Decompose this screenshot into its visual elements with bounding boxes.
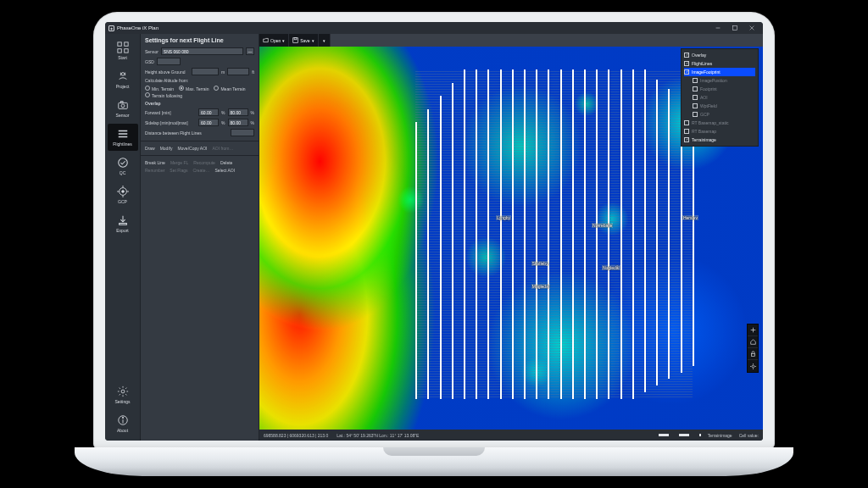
sidebar-item-flightlines[interactable]: Flightlines: [108, 124, 138, 151]
sidebar-item-start[interactable]: Start: [108, 37, 138, 64]
distance-field[interactable]: [231, 129, 254, 136]
sidebar-item-label: GCP: [118, 199, 127, 204]
checkbox-icon[interactable]: [684, 53, 689, 58]
checkbox-icon[interactable]: [693, 78, 698, 83]
layer-item[interactable]: ImagePosition: [684, 76, 755, 85]
checkbox-icon[interactable]: [693, 86, 698, 92]
sidebar-item-export[interactable]: Export: [108, 210, 138, 237]
tool-break-line[interactable]: Break Line: [145, 160, 165, 165]
radio-mean-terrain[interactable]: Mean Terrain: [214, 86, 245, 92]
svg-rect-5: [124, 49, 127, 53]
sidelap-pct-field[interactable]: 80.00: [228, 119, 248, 126]
checkbox-icon[interactable]: [684, 137, 689, 142]
place-label: Lyngby: [496, 215, 511, 220]
tab-aoi-from[interactable]: AOI from…: [212, 146, 233, 151]
chevron-down-icon: ▾: [323, 38, 326, 43]
svg-point-28: [752, 365, 754, 368]
tab-modify[interactable]: Modify: [160, 146, 173, 151]
tool-set-flags[interactable]: Set Flags: [170, 168, 187, 173]
sensor-units-button[interactable]: —: [246, 47, 254, 55]
layers-header[interactable]: Overlay: [684, 51, 755, 59]
layer-label: RT Basemap_static: [692, 120, 728, 125]
sidelap-field[interactable]: 60.00: [198, 119, 219, 126]
tab-draw[interactable]: Draw: [145, 146, 155, 151]
sidebar-item-label: Settings: [114, 399, 130, 404]
checkbox-icon[interactable]: [684, 61, 689, 66]
tool-delete[interactable]: Delete: [220, 160, 232, 165]
project-icon: [117, 70, 129, 82]
sidebar-item-sensor[interactable]: Sensor: [108, 95, 138, 122]
layer-item[interactable]: FlightLines: [684, 59, 755, 68]
svg-rect-20: [119, 224, 126, 225]
checkbox-icon[interactable]: [693, 103, 698, 108]
open-button[interactable]: Open ▾: [259, 34, 289, 47]
radio-terrain-following[interactable]: Terrain following: [145, 92, 182, 98]
layer-item[interactable]: RT Basemap_static: [684, 119, 755, 127]
layer-item[interactable]: GCP: [684, 110, 755, 119]
layer-label: Terrainimage: [692, 137, 716, 142]
svg-rect-1: [733, 26, 737, 30]
forward-field[interactable]: 60.00: [198, 108, 219, 116]
svg-point-8: [121, 104, 125, 108]
sidebar-item-gcp[interactable]: GCP: [108, 181, 138, 208]
nav-sidebar: Start Project: [105, 34, 141, 441]
svg-rect-25: [293, 38, 298, 43]
svg-rect-3: [124, 42, 127, 46]
tool-merge-fl[interactable]: Merge FL: [170, 160, 188, 165]
layer-label: Footprint: [700, 86, 717, 92]
save-button[interactable]: Save ▾: [289, 34, 318, 47]
sidebar-item-label: About: [117, 428, 128, 433]
minimize-button[interactable]: [710, 23, 726, 33]
checkbox-icon[interactable]: [684, 69, 689, 75]
sidebar-item-project[interactable]: Project: [108, 66, 138, 93]
grid-icon: [117, 42, 129, 53]
svg-rect-4: [117, 49, 120, 53]
tool-recompute[interactable]: Recompute: [193, 160, 215, 165]
overlap-header: Overlap: [145, 101, 254, 106]
status-cellvalue: Cell value:: [739, 433, 759, 438]
status-layer: Terrainimage: [708, 433, 732, 438]
tab-movecopy[interactable]: Move/Copy AOI: [177, 146, 207, 151]
svg-point-24: [122, 417, 123, 418]
status-bar: 698588.823 | 6069320.613 | 213.0 Lat.: 5…: [259, 430, 763, 441]
radio-max-terrain[interactable]: Max. Terrain: [179, 86, 209, 92]
layer-item[interactable]: WptField: [684, 102, 755, 110]
sidebar-item-settings[interactable]: Settings: [108, 381, 138, 408]
layer-item[interactable]: Footprint: [684, 85, 755, 93]
gsd-field[interactable]: [157, 58, 181, 65]
layer-label: RT Basemap: [692, 129, 716, 134]
maximize-button[interactable]: [727, 23, 743, 33]
layer-item[interactable]: AOI: [684, 93, 755, 102]
layer-label: FlightLines: [692, 61, 712, 66]
calc-label: Calculate Altitude from:: [145, 78, 254, 83]
layer-item[interactable]: RT Basemap: [684, 127, 755, 136]
tool-create[interactable]: Create…: [192, 168, 209, 173]
sensor-field[interactable]: SNS 060 080: [161, 47, 243, 55]
tool-select-aoi[interactable]: Select AOI: [215, 168, 236, 173]
view-settings-button[interactable]: [748, 360, 758, 372]
forward-pct-field[interactable]: 80.00: [228, 108, 248, 116]
height-value[interactable]: [192, 68, 219, 75]
sidebar-item-about[interactable]: About: [108, 410, 138, 437]
layer-item[interactable]: Terrainimage: [684, 136, 755, 144]
checkbox-icon[interactable]: [684, 120, 689, 125]
pan-tool[interactable]: [748, 324, 758, 336]
toolbar-overflow-button[interactable]: ▾: [319, 34, 331, 47]
height-ft[interactable]: [227, 68, 249, 75]
radio-min-terrain[interactable]: Min. Terrain: [145, 86, 174, 92]
close-button[interactable]: [744, 23, 760, 33]
layer-item[interactable]: ImageFootprint: [684, 68, 755, 76]
home-view-button[interactable]: [748, 336, 758, 348]
tool-renumber[interactable]: Renumber: [145, 168, 164, 173]
svg-rect-7: [118, 103, 127, 108]
checkbox-icon[interactable]: [693, 112, 698, 117]
gsd-label: GSD: [145, 59, 154, 64]
sidebar-item-label: Start: [118, 55, 127, 60]
layer-label: WptField: [700, 103, 717, 108]
checkbox-icon[interactable]: [684, 129, 689, 134]
sidebar-item-qc[interactable]: QC: [108, 152, 138, 180]
lock-button[interactable]: [748, 348, 758, 360]
lines-icon: [117, 128, 129, 140]
place-label: Herslev: [682, 215, 698, 220]
checkbox-icon[interactable]: [693, 95, 698, 100]
